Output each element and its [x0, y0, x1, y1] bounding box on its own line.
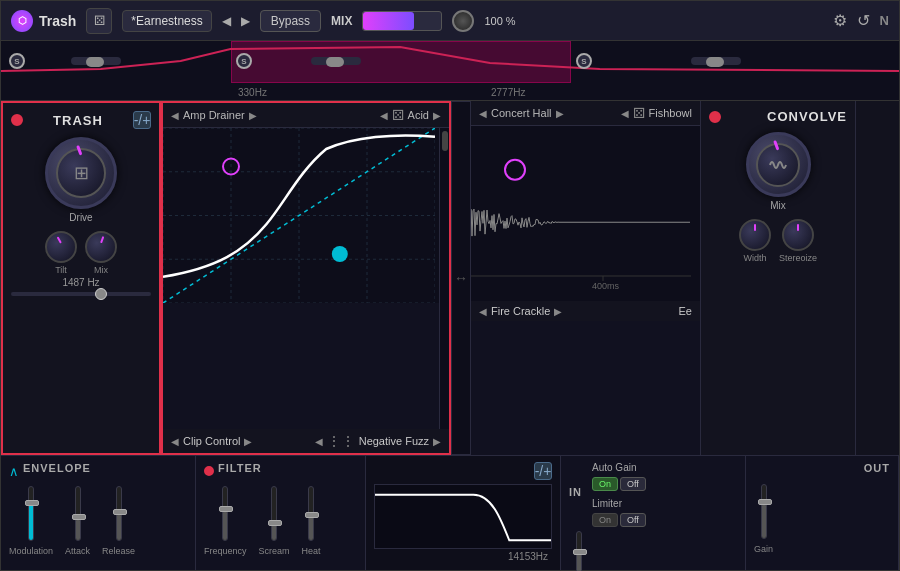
convolve-title: CONVOLVE: [767, 109, 847, 124]
limiter-off-button[interactable]: Off: [620, 513, 646, 527]
impulse-canvas[interactable]: [471, 126, 700, 301]
in-gain-fader[interactable]: [576, 531, 582, 571]
volume-knob[interactable]: [452, 10, 474, 32]
impulse-dice-icon[interactable]: ⚄: [633, 105, 645, 121]
mix-knob[interactable]: [85, 231, 117, 263]
filter-display-canvas: [375, 485, 552, 549]
neg-label: Negative Fuzz: [359, 435, 429, 447]
convolve-mix-knob[interactable]: [746, 132, 811, 197]
dist-left-prev[interactable]: ◀: [171, 110, 179, 121]
eq-slider-1[interactable]: [71, 57, 121, 65]
filter-power[interactable]: [204, 466, 214, 476]
band-handle-s2[interactable]: S: [236, 53, 252, 69]
freq-slider-thumb: [95, 288, 107, 300]
bottom-row: ∧ ENVELOPE Modulation Attack: [1, 455, 899, 570]
randomize-button[interactable]: ⚄: [86, 8, 112, 34]
dist-left-next[interactable]: ▶: [249, 110, 257, 121]
dist-dice-icon[interactable]: ⚄: [392, 107, 404, 123]
mix-fader[interactable]: [362, 11, 442, 31]
freq-slider[interactable]: [11, 292, 151, 296]
out-fader-group: Gain: [754, 484, 773, 554]
impulse-header-left: ◀ Concert Hall ▶: [479, 107, 564, 119]
preset-next-button[interactable]: ▶: [241, 14, 250, 28]
heat-label: Heat: [302, 546, 321, 556]
display-add-btn[interactable]: -/+: [534, 462, 552, 480]
neg-next[interactable]: ▶: [433, 436, 441, 447]
modulation-fader[interactable]: [28, 486, 34, 541]
release-fader-wrap: Release: [102, 486, 135, 556]
impulse-left-next[interactable]: ▶: [556, 108, 564, 119]
eq-slider-2[interactable]: [311, 57, 361, 65]
out-section: OUT Gain: [746, 456, 899, 570]
trash-power-button[interactable]: [11, 114, 23, 126]
small-knobs-row: Tilt Mix: [11, 231, 151, 275]
tilt-knob[interactable]: [45, 231, 77, 263]
display-section: -/+ 14153Hz: [366, 456, 561, 570]
dist-canvas[interactable]: [163, 128, 439, 303]
neg-prev[interactable]: ◀: [315, 436, 323, 447]
bypass-button[interactable]: Bypass: [260, 10, 321, 32]
convolve-power-button[interactable]: [709, 111, 721, 123]
dist-scroll[interactable]: [439, 128, 449, 429]
release-fader[interactable]: [116, 486, 122, 541]
dist-footer-right: ◀ ⋮⋮ Negative Fuzz ▶: [315, 433, 441, 449]
scream-thumb: [268, 520, 282, 526]
mix-label: MIX: [331, 14, 352, 28]
attack-fader[interactable]: [75, 486, 81, 541]
resize-handle[interactable]: ↔: [451, 101, 471, 455]
drive-knob[interactable]: ⊞: [45, 137, 117, 209]
display-canvas: [374, 484, 552, 549]
attack-thumb: [72, 514, 86, 520]
band-handle-s3[interactable]: S: [576, 53, 592, 69]
heat-fader[interactable]: [308, 486, 314, 541]
clip-next[interactable]: ▶: [244, 436, 252, 447]
fire-next[interactable]: ▶: [554, 306, 562, 317]
preset-area: *Earnestness: [122, 10, 211, 32]
neg-dots-icon[interactable]: ⋮⋮: [327, 433, 355, 449]
stereoize-marker: [797, 224, 799, 231]
frequency-fader-wrap: Frequency: [204, 486, 247, 556]
limiter-on-button[interactable]: On: [592, 513, 618, 527]
dist-right-next[interactable]: ▶: [433, 110, 441, 121]
display-header: -/+: [374, 462, 552, 480]
clip-prev[interactable]: ◀: [171, 436, 179, 447]
trash-add-button[interactable]: -/+: [133, 111, 151, 129]
width-marker: [754, 224, 756, 231]
eq-slider-1-thumb: [86, 57, 104, 67]
drive-knob-inner: ⊞: [56, 148, 106, 198]
impulse-waveform-canvas: [471, 126, 691, 301]
convolve-stereoize-wrap: Stereoize: [779, 219, 817, 263]
attack-fader-wrap: Attack: [65, 486, 90, 556]
frequency-fader[interactable]: [222, 486, 228, 541]
impulse-left-prev[interactable]: ◀: [479, 108, 487, 119]
eq-slider-3[interactable]: [691, 57, 741, 65]
eq-slider-3-thumb: [706, 57, 724, 67]
scream-fill: [272, 524, 276, 540]
out-header: OUT: [754, 462, 890, 480]
preset-prev-button[interactable]: ◀: [222, 14, 231, 28]
auto-gain-on-button[interactable]: On: [592, 477, 618, 491]
attack-fill: [76, 519, 80, 540]
trash-section: TRASH -/+ ⊞ Drive Tilt: [1, 101, 161, 455]
dist-content: [163, 128, 449, 429]
impulse-right-prev[interactable]: ◀: [621, 108, 629, 119]
envelope-title: ENVELOPE: [23, 462, 91, 474]
convolve-header: CONVOLVE: [709, 109, 847, 124]
settings-icon[interactable]: ⚙: [833, 11, 847, 30]
fire-prev[interactable]: ◀: [479, 306, 487, 317]
convolve-stereoize-knob[interactable]: [782, 219, 814, 251]
scream-fader[interactable]: [271, 486, 277, 541]
impulse-footer-left: ◀ Fire Crackle ▶: [479, 305, 562, 317]
in-gain-fader-wrap: Gain: [569, 531, 588, 571]
in-switches: Auto Gain On Off Limiter On Off: [592, 462, 737, 527]
dist-footer-left: ◀ Clip Control ▶: [171, 435, 252, 447]
wave-icon: [768, 155, 788, 175]
convolve-width-knob[interactable]: [739, 219, 771, 251]
auto-gain-off-button[interactable]: Off: [620, 477, 646, 491]
dist-right-prev[interactable]: ◀: [380, 110, 388, 121]
frequency-fill: [223, 511, 227, 540]
band-handle-s1[interactable]: S: [9, 53, 25, 69]
dist-footer: ◀ Clip Control ▶ ◀ ⋮⋮ Negative Fuzz ▶: [163, 429, 449, 453]
out-gain-fader[interactable]: [761, 484, 767, 539]
undo-icon[interactable]: ↺: [857, 11, 870, 30]
